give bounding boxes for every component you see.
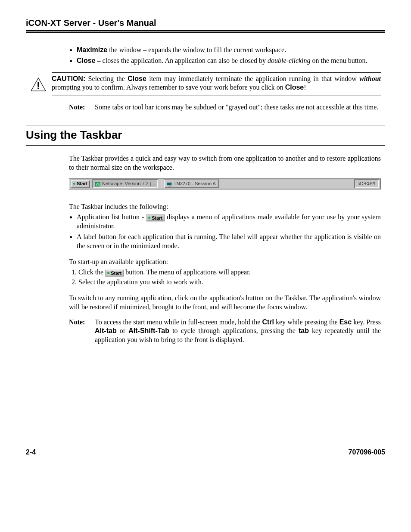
note2-body: To access the start menu while in full-s… bbox=[95, 318, 381, 345]
note-label: Note: bbox=[69, 103, 95, 112]
section-rule-bottom bbox=[26, 145, 385, 146]
start-icon bbox=[107, 272, 109, 274]
taskbar-clock: 3:41PM bbox=[354, 179, 379, 188]
includes-intro: The Taskbar includes the following: bbox=[69, 202, 381, 212]
document-number: 707096-005 bbox=[349, 448, 385, 457]
svg-rect-6 bbox=[168, 186, 171, 187]
note-grayed-out: Note: Some tabs or tool bar icons may be… bbox=[69, 103, 381, 112]
window-menu-bullets: Maximize the window – expands the window… bbox=[69, 46, 381, 65]
svg-rect-5 bbox=[167, 183, 171, 185]
close-rest: on the menu button. bbox=[311, 57, 367, 64]
start-label: Start bbox=[77, 180, 87, 187]
startup-steps: Click the Start button. The menu of appl… bbox=[69, 268, 381, 287]
netscape-icon bbox=[95, 182, 100, 186]
bullet-close: Close – closes the application. An appli… bbox=[77, 56, 381, 65]
step-click-start: Click the Start button. The menu of appl… bbox=[78, 268, 381, 277]
header-rule-thick bbox=[26, 30, 385, 31]
taskbar-includes-list: Application list button - Start displays… bbox=[69, 213, 381, 250]
svg-rect-1 bbox=[37, 82, 39, 87]
page-header-title: iCON-XT Server - User's Manual bbox=[26, 17, 385, 28]
taskbar-app2-label: TN3270 - Session A bbox=[174, 180, 216, 187]
caution-label: CAUTION: bbox=[52, 75, 85, 82]
maximize-text: the window – expands the window to fill … bbox=[107, 46, 286, 53]
bullet-app-list-button: Application list button - Start displays… bbox=[77, 213, 381, 231]
note-body: Some tabs or tool bar icons may be subdu… bbox=[95, 103, 381, 112]
close-italic: double-clicking bbox=[268, 57, 311, 64]
bullet-maximize: Maximize the window – expands the window… bbox=[77, 46, 381, 55]
inline-start-button-2[interactable]: Start bbox=[105, 270, 124, 277]
note-fullscreen: Note: To access the start menu while in … bbox=[69, 318, 381, 345]
note2-label: Note: bbox=[69, 318, 95, 345]
maximize-label: Maximize bbox=[77, 46, 107, 53]
inline-start-button-1[interactable]: Start bbox=[146, 215, 165, 221]
taskbar-intro: The Taskbar provides a quick and easy wa… bbox=[69, 154, 381, 172]
terminal-icon bbox=[167, 182, 172, 186]
section-heading-taskbar: Using the Taskbar bbox=[26, 128, 385, 143]
caution-text: CAUTION: Selecting the Close item may im… bbox=[52, 75, 381, 93]
page-number: 2-4 bbox=[26, 448, 36, 457]
close-label: Close bbox=[77, 57, 96, 64]
taskbar-separator bbox=[160, 180, 162, 188]
start-icon bbox=[148, 217, 150, 219]
caution-icon bbox=[30, 77, 47, 94]
caution-box: CAUTION: Selecting the Close item may im… bbox=[52, 72, 381, 96]
svg-rect-2 bbox=[37, 87, 39, 89]
startup-intro: To start-up an available application: bbox=[69, 258, 381, 267]
close-mid: – closes the application. An application… bbox=[96, 57, 268, 64]
page-footer: 2-4 707096-005 bbox=[26, 448, 385, 457]
taskbar-start-button[interactable]: Start bbox=[71, 180, 90, 187]
step-select-app: Select the application you wish to work … bbox=[78, 278, 381, 287]
start-icon bbox=[73, 183, 75, 185]
taskbar-app-netscape[interactable]: Netscape: Version 7.2 [... bbox=[92, 179, 158, 188]
bullet-label-button: A label button for each application that… bbox=[77, 233, 381, 251]
section-rule-top bbox=[26, 125, 385, 125]
taskbar-app1-label: Netscape: Version 7.2 [... bbox=[102, 180, 155, 187]
taskbar-illustration: Start Netscape: Version 7.2 [... TN3270 … bbox=[69, 178, 381, 190]
taskbar-app-tn3270[interactable]: TN3270 - Session A bbox=[164, 179, 219, 188]
header-rule-thin bbox=[26, 32, 385, 33]
switch-paragraph: To switch to any running application, cl… bbox=[69, 294, 381, 312]
